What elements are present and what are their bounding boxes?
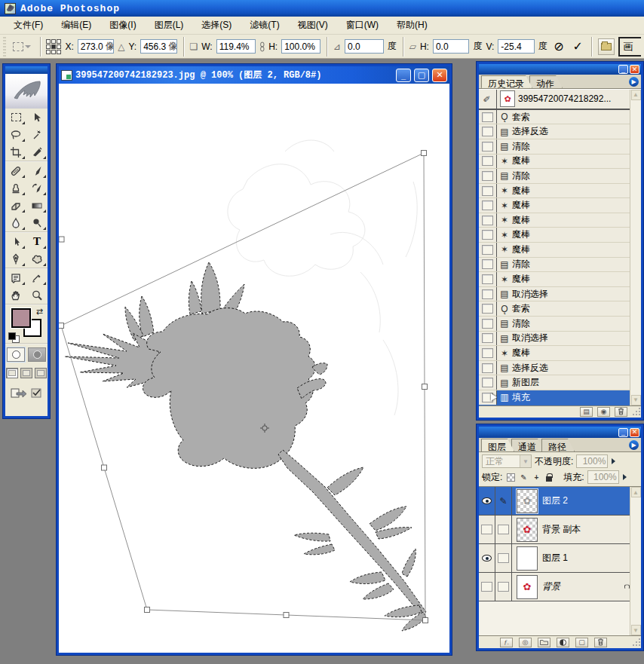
resize-grip[interactable] bbox=[631, 638, 640, 647]
gradient-tool[interactable] bbox=[26, 197, 48, 214]
background-layer-row[interactable]: ✿ 背景 bbox=[479, 573, 630, 601]
layer-style-button[interactable]: ƒ. bbox=[500, 638, 513, 647]
transform-handle-top-right[interactable] bbox=[422, 151, 427, 156]
new-layer-button[interactable]: ▢ bbox=[575, 638, 588, 647]
history-item[interactable]: Ǫ套索 bbox=[479, 110, 630, 125]
link-well[interactable] bbox=[495, 516, 512, 543]
standard-mode-button[interactable] bbox=[7, 347, 25, 362]
transform-handle-bottom-right[interactable] bbox=[423, 618, 428, 623]
toolbox-titlebar[interactable] bbox=[5, 66, 48, 74]
layer-thumbnail[interactable]: ✿ bbox=[517, 489, 538, 513]
layers-close-button[interactable]: ✕ bbox=[630, 428, 639, 437]
scroll-down-icon[interactable]: ▼ bbox=[631, 395, 641, 405]
clone-stamp-tool[interactable] bbox=[5, 179, 26, 197]
app-titlebar[interactable]: Adobe Photoshop bbox=[0, 0, 644, 17]
document-maximize-button[interactable]: ▢ bbox=[414, 69, 429, 82]
layers-scrollbar[interactable]: ▲ ▼ bbox=[630, 487, 641, 635]
history-item[interactable]: ▤选择反选 bbox=[479, 361, 630, 376]
layer-set-button[interactable] bbox=[538, 638, 550, 647]
menu-view[interactable]: 视图(V) bbox=[289, 17, 337, 34]
history-item[interactable]: ▤取消选择 bbox=[479, 332, 630, 347]
menu-window[interactable]: 窗口(W) bbox=[337, 17, 388, 34]
blur-tool[interactable] bbox=[5, 214, 26, 231]
transform-handle-bottom-left[interactable] bbox=[145, 607, 150, 613]
history-minimize-button[interactable]: _ bbox=[618, 65, 628, 74]
transform-handle-top-mid[interactable] bbox=[59, 237, 64, 242]
history-item[interactable]: ▤清除 bbox=[479, 317, 630, 332]
skew-v-input[interactable]: -25.4 bbox=[498, 39, 535, 54]
adjustment-layer-button[interactable] bbox=[557, 638, 569, 647]
history-item[interactable]: ▤新图层 bbox=[479, 375, 630, 390]
fullscreen-menubar-button[interactable] bbox=[20, 368, 32, 378]
history-item[interactable]: ▤取消选择 bbox=[479, 287, 630, 302]
scroll-down-icon[interactable]: ▼ bbox=[631, 625, 641, 635]
lock-position-icon[interactable]: + bbox=[531, 472, 541, 482]
menu-image[interactable]: 图像(I) bbox=[100, 17, 145, 34]
custom-shape-tool[interactable] bbox=[26, 250, 48, 268]
fill-input[interactable]: 100% bbox=[587, 470, 619, 484]
history-item[interactable]: ✶魔棒 bbox=[479, 243, 630, 258]
skew-h-input[interactable]: 0.0 bbox=[433, 39, 470, 54]
document-titlebar[interactable]: 399547200742182923.jpg @ 100% (图层 2, RGB… bbox=[59, 66, 449, 84]
document-minimize-button[interactable]: _ bbox=[396, 69, 411, 82]
transform-handle-left[interactable] bbox=[59, 323, 64, 329]
tab-history[interactable]: 历史记录 bbox=[481, 75, 532, 88]
tab-layers[interactable]: 图层 bbox=[481, 439, 514, 451]
history-item[interactable]: ✶魔棒 bbox=[479, 272, 630, 287]
rotate-input[interactable]: 0.0 bbox=[345, 39, 384, 54]
magic-wand-tool[interactable] bbox=[26, 126, 48, 143]
menu-filter[interactable]: 滤镜(T) bbox=[241, 17, 288, 34]
menu-file[interactable]: 文件(F) bbox=[5, 17, 52, 34]
lock-transparency-icon[interactable] bbox=[505, 472, 516, 482]
dodge-tool[interactable] bbox=[26, 214, 48, 231]
height-input[interactable]: 100.0% bbox=[281, 39, 320, 54]
reference-point-locator[interactable] bbox=[46, 39, 61, 54]
tab-actions[interactable]: 动作 bbox=[529, 75, 563, 88]
blend-mode-select[interactable]: 正常▼ bbox=[482, 454, 532, 468]
layer-row[interactable]: ✿ 背景 副本 bbox=[479, 516, 630, 544]
lock-all-icon[interactable] bbox=[544, 472, 554, 482]
layer-thumbnail[interactable]: ✿ bbox=[517, 518, 538, 542]
y-input[interactable]: 456.3像 bbox=[140, 39, 177, 54]
layer-row[interactable]: 图层 1 bbox=[479, 544, 630, 573]
healing-brush-tool[interactable] bbox=[5, 162, 26, 179]
layers-palette-titlebar[interactable]: _ ✕ bbox=[479, 427, 641, 438]
notes-tool[interactable] bbox=[5, 269, 26, 286]
layer-thumbnail[interactable]: ✿ bbox=[517, 575, 538, 599]
standard-screen-button[interactable] bbox=[6, 368, 18, 378]
menu-help[interactable]: 帮助(H) bbox=[388, 17, 437, 34]
history-item[interactable]: ✶魔棒 bbox=[479, 228, 630, 243]
file-browser-button[interactable] bbox=[598, 38, 615, 55]
visibility-well[interactable] bbox=[479, 516, 495, 543]
history-menu-button[interactable]: ▶ bbox=[629, 77, 639, 87]
history-item[interactable]: ✶魔棒 bbox=[479, 198, 630, 213]
foreground-color-swatch[interactable] bbox=[11, 308, 31, 328]
history-item[interactable]: ✶魔棒 bbox=[479, 155, 630, 170]
delete-layer-button[interactable] bbox=[594, 638, 607, 647]
transform-handle-bottom-mid[interactable] bbox=[284, 613, 289, 618]
visibility-well[interactable] bbox=[479, 573, 495, 601]
visibility-well[interactable] bbox=[479, 544, 495, 572]
menu-layer[interactable]: 图层(L) bbox=[146, 17, 193, 34]
layer-mask-button[interactable]: ◎ bbox=[519, 638, 532, 647]
layers-minimize-button[interactable]: _ bbox=[618, 428, 628, 437]
history-item[interactable]: Ǫ套索 bbox=[479, 301, 630, 317]
history-item[interactable]: ▤清除 bbox=[479, 169, 630, 184]
resize-grip[interactable] bbox=[631, 408, 640, 417]
link-well[interactable] bbox=[495, 544, 512, 572]
pen-tool[interactable] bbox=[5, 250, 26, 268]
transform-handle-left-mid[interactable] bbox=[102, 465, 107, 470]
transform-handle-right-mid[interactable] bbox=[422, 384, 428, 390]
swap-colors-icon[interactable]: ⇄ bbox=[36, 307, 43, 317]
history-brush-tool[interactable] bbox=[26, 179, 48, 197]
scroll-up-icon[interactable]: ▲ bbox=[631, 487, 641, 497]
visibility-well[interactable] bbox=[479, 487, 495, 515]
x-input[interactable]: 273.0像 bbox=[78, 39, 115, 54]
history-item[interactable]: ✶魔棒 bbox=[479, 346, 630, 361]
commit-transform-button[interactable]: ✓ bbox=[570, 38, 585, 56]
photoshop-feather-logo[interactable] bbox=[5, 74, 48, 109]
eraser-tool[interactable] bbox=[5, 197, 26, 214]
document-close-button[interactable]: ✕ bbox=[432, 69, 447, 82]
canvas[interactable] bbox=[59, 84, 449, 653]
rectangular-marquee-tool[interactable] bbox=[5, 109, 26, 126]
